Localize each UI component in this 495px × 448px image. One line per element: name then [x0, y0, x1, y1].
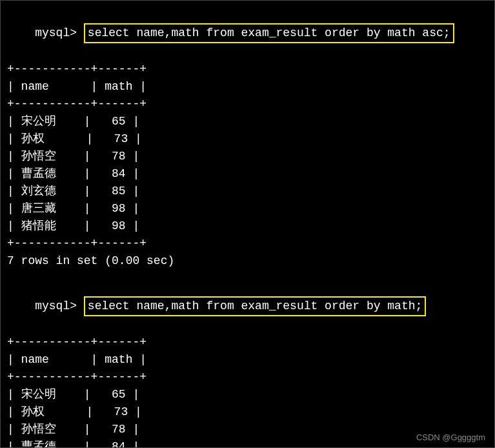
table-row: | 宋公明 | 65 | [7, 386, 488, 403]
table-border-top: +-----------+------+ [7, 61, 488, 78]
status-line: 7 rows in set (0.00 sec) [7, 252, 488, 270]
mysql-prompt-line-2: mysql> select name,math from exam_result… [7, 279, 488, 334]
table-row: | 猪悟能 | 98 | [7, 218, 488, 235]
table-row: | 孙悟空 | 78 | [7, 148, 488, 165]
table-row: | 孙权 | 73 | [7, 403, 488, 421]
table-border-mid: +-----------+------+ [7, 96, 488, 113]
mysql-prompt: mysql> [35, 26, 84, 39]
table-border-bot: +-----------+------+ [7, 235, 488, 252]
sql-query-highlighted-2: select name,math from exam_result order … [84, 296, 426, 316]
terminal-output-block-2: mysql> select name,math from exam_result… [7, 279, 488, 448]
sql-query-highlighted-1: select name,math from exam_result order … [84, 23, 454, 43]
table-border-mid: +-----------+------+ [7, 369, 488, 386]
table-row: | 曹孟德 | 84 | [7, 165, 488, 183]
table-row: | 刘玄德 | 85 | [7, 183, 488, 200]
watermark: CSDN @Gggggtm [416, 431, 485, 444]
table-header: | name | math | [7, 78, 488, 96]
mysql-prompt: mysql> [35, 300, 84, 312]
table-border-top: +-----------+------+ [7, 334, 488, 351]
table-row: | 孙权 | 73 | [7, 130, 488, 148]
table-header: | name | math | [7, 351, 488, 369]
table-row: | 唐三藏 | 98 | [7, 200, 488, 218]
terminal-output-block-1: mysql> select name,math from exam_result… [7, 6, 488, 270]
table-row: | 宋公明 | 65 | [7, 113, 488, 130]
mysql-prompt-line-1: mysql> select name,math from exam_result… [7, 6, 488, 61]
